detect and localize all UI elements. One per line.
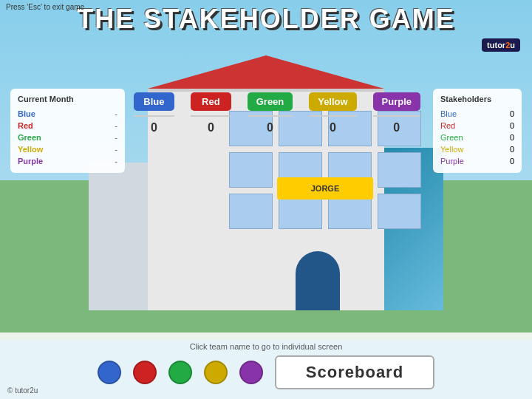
month-red-label: Red xyxy=(18,121,33,130)
stakeholders-purple-label: Purple xyxy=(440,157,464,166)
scoreboard-button[interactable]: Scoreboard xyxy=(275,355,434,389)
stakeholders-red-value: 0 xyxy=(510,121,514,130)
team-block-red: Red 0 xyxy=(191,92,231,134)
stakeholders-red-label: Red xyxy=(440,121,455,130)
month-row-yellow: Yellow - xyxy=(18,143,117,155)
stakeholders-purple-value: 0 xyxy=(510,157,514,166)
circle-yellow[interactable] xyxy=(204,361,228,384)
stakeholders-row-green: Green 0 xyxy=(440,132,514,143)
team-divider-red xyxy=(191,115,231,117)
tutor2u-number: 2 xyxy=(505,41,510,50)
stakeholders-yellow-value: 0 xyxy=(510,145,514,154)
team-divider-yellow xyxy=(309,115,356,117)
month-red-value: - xyxy=(115,121,117,130)
team-button-blue[interactable]: Blue xyxy=(134,92,174,111)
month-row-purple: Purple - xyxy=(18,155,117,167)
tutor2u-badge: tutor2u xyxy=(482,38,520,52)
team-block-blue: Blue 0 xyxy=(134,92,174,134)
stakeholders-blue-value: 0 xyxy=(510,109,514,118)
stakeholders-panel: Stakeholders Blue 0 Red 0 Green 0 Yellow… xyxy=(433,89,522,173)
month-purple-value: - xyxy=(115,157,117,166)
app-title: THE STAKEHOLDER GAME xyxy=(77,4,454,34)
team-block-purple: Purple 0 xyxy=(373,92,420,134)
month-row-red: Red - xyxy=(18,120,117,132)
building-door xyxy=(296,251,340,310)
circle-red[interactable] xyxy=(133,361,157,384)
team-block-yellow: Yellow 0 xyxy=(309,92,356,134)
stakeholders-yellow-label: Yellow xyxy=(440,145,463,154)
stakeholders-title: Stakeholders xyxy=(440,95,514,103)
building-roof xyxy=(148,55,384,89)
team-score-red: 0 xyxy=(208,121,214,134)
building-illustration: JORGE xyxy=(89,30,443,310)
month-blue-label: Blue xyxy=(18,109,35,118)
bottom-bar: Click team name to go to individual scre… xyxy=(0,332,532,399)
month-blue-value: - xyxy=(115,109,117,118)
team-block-green: Green 0 xyxy=(248,92,293,134)
month-yellow-label: Yellow xyxy=(18,145,43,154)
press-esc-label: Press 'Esc' to exit game xyxy=(6,3,84,11)
team-button-purple[interactable]: Purple xyxy=(373,92,420,111)
circle-green[interactable] xyxy=(168,361,192,384)
month-yellow-value: - xyxy=(115,145,117,154)
copyright-label: © tutor2u xyxy=(7,386,38,395)
team-divider-green xyxy=(248,115,293,117)
team-score-green: 0 xyxy=(267,121,273,134)
team-button-yellow[interactable]: Yellow xyxy=(309,92,356,111)
window xyxy=(378,152,421,188)
team-score-yellow: 0 xyxy=(330,121,336,134)
window xyxy=(229,152,273,188)
month-green-value: - xyxy=(115,133,117,142)
window xyxy=(378,194,421,229)
stakeholders-row-blue: Blue 0 xyxy=(440,108,514,120)
circle-purple[interactable] xyxy=(239,361,263,384)
month-row-green: Green - xyxy=(18,132,117,143)
circle-blue[interactable] xyxy=(98,361,121,384)
current-month-panel: Current Month Blue - Red - Green - Yello… xyxy=(10,89,125,173)
team-divider-blue xyxy=(134,115,174,117)
team-scores-area: Blue 0 Red 0 Green 0 Yellow 0 Purple 0 xyxy=(126,92,429,134)
team-button-red[interactable]: Red xyxy=(191,92,231,111)
team-button-green[interactable]: Green xyxy=(248,92,293,111)
team-score-purple: 0 xyxy=(393,121,400,134)
month-green-label: Green xyxy=(18,133,41,142)
month-purple-label: Purple xyxy=(18,157,43,166)
stakeholders-green-label: Green xyxy=(440,133,463,142)
stakeholders-row-yellow: Yellow 0 xyxy=(440,143,514,155)
building-sign: JORGE xyxy=(277,177,373,200)
window xyxy=(229,194,273,229)
stakeholders-blue-label: Blue xyxy=(440,109,457,118)
month-row-blue: Blue - xyxy=(18,108,117,120)
stakeholders-row-red: Red 0 xyxy=(440,120,514,132)
team-score-blue: 0 xyxy=(151,121,157,134)
team-divider-purple xyxy=(373,115,420,117)
stakeholders-green-value: 0 xyxy=(510,133,514,142)
current-month-title: Current Month xyxy=(18,95,117,103)
scoreboard-area: Scoreboard xyxy=(98,355,434,389)
click-instruction: Click team name to go to individual scre… xyxy=(190,342,343,351)
stakeholders-row-purple: Purple 0 xyxy=(440,155,514,167)
